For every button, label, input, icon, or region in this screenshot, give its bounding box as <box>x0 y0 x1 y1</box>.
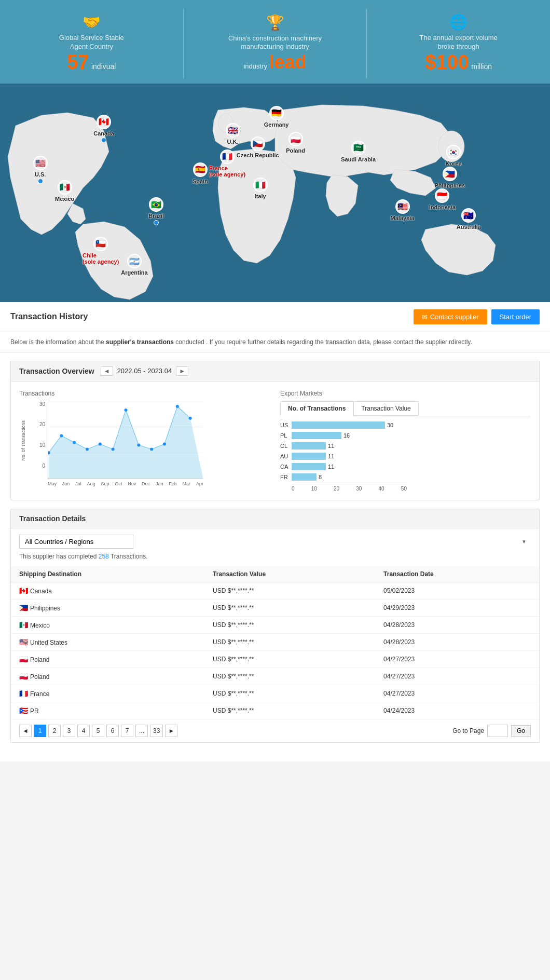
country-australia: 🇦🇺 Australia <box>457 208 481 230</box>
label-poland: Poland <box>286 147 305 154</box>
line-chart-svg <box>48 401 203 479</box>
svg-point-14 <box>137 443 140 446</box>
label-indonesia: Indonesia <box>429 204 456 210</box>
page-4-btn[interactable]: 4 <box>77 725 90 737</box>
stat-export-label: The annual export volume broke through <box>420 34 498 51</box>
flag-spain: 🇪🇸 <box>193 162 208 177</box>
stat-agent-value: 57 indivual <box>67 51 116 74</box>
bar-pl: PL 16 <box>280 432 531 439</box>
completed-text: This supplier has completed 258 Transact… <box>19 553 531 560</box>
row-flag: 🇵🇭 <box>19 604 28 612</box>
table-row: 🇵🇱Poland USD $**,****.** 04/27/2023 <box>11 650 539 668</box>
label-australia: Australia <box>457 224 481 230</box>
flag-poland: 🇵🇱 <box>288 132 303 146</box>
dot-canada <box>101 138 106 143</box>
page-1-btn[interactable]: 1 <box>34 725 46 737</box>
cell-date: 04/27/2023 <box>375 650 539 668</box>
pagination: ◄ 1 2 3 4 5 6 7 ... 33 ► Go to Page Go <box>11 719 539 737</box>
page-7-btn[interactable]: 7 <box>121 725 133 737</box>
stat-industry-big: lead <box>269 51 307 73</box>
cell-country: 🇺🇸United States <box>11 633 204 650</box>
bar-fr: FR 8 <box>280 473 531 481</box>
label-brazil: Brazil <box>148 213 164 219</box>
next-date-btn[interactable]: ► <box>176 366 188 376</box>
header-stats: 🤝 Global Service Stable Agent Country 57… <box>0 0 550 84</box>
flag-france: 🇫🇷 <box>220 149 235 164</box>
country-france: 🇫🇷 France(sole agency) <box>209 149 245 178</box>
page-33-btn[interactable]: 33 <box>150 725 163 737</box>
country-spain: 🇪🇸 Spain <box>192 162 208 184</box>
label-mexico: Mexico <box>55 196 74 202</box>
svg-point-12 <box>112 447 115 451</box>
goto-page: Go to Page Go <box>452 725 531 737</box>
tab-no-transactions[interactable]: No. of Transactions <box>280 401 353 416</box>
flag-mexico: 🇲🇽 <box>58 180 72 195</box>
bar-us: US 30 <box>280 421 531 429</box>
page-3-btn[interactable]: 3 <box>63 725 75 737</box>
label-philippines: Philippines <box>434 182 465 188</box>
table-row: 🇵🇱Poland USD $**,****.** 04/27/2023 <box>11 668 539 685</box>
cell-value: USD $**,****.** <box>204 616 375 633</box>
row-flag: 🇺🇸 <box>19 638 28 646</box>
export-markets-section: Export Markets No. of Transactions Trans… <box>280 390 531 492</box>
label-korea: Korea <box>446 160 462 167</box>
trophy-icon: 🏆 <box>266 14 284 31</box>
flag-indonesia: 🇮🇩 <box>435 188 449 203</box>
email-icon: ✉ <box>422 313 428 321</box>
line-chart-section: Transactions 3020100 No. of Transactions <box>19 390 270 492</box>
goto-go-btn[interactable]: Go <box>511 725 531 737</box>
cell-date: 04/29/2023 <box>375 599 539 616</box>
country-indonesia: 🇮🇩 Indonesia <box>429 188 456 210</box>
date-navigator[interactable]: ◄ 2022.05 - 2023.04 ► <box>101 366 188 376</box>
goto-input[interactable] <box>487 725 508 737</box>
page-numbers[interactable]: ◄ 1 2 3 4 5 6 7 ... 33 ► <box>19 725 177 737</box>
svg-point-8 <box>60 434 63 437</box>
contact-supplier-button[interactable]: ✉ Contact supplier <box>414 309 487 324</box>
stat-agent-label: Global Service Stable Agent Country <box>59 34 124 51</box>
country-canada: 🇨🇦 Canada <box>93 115 114 142</box>
flag-canada: 🇨🇦 <box>97 115 111 129</box>
country-us: 🇺🇸 U.S. <box>33 156 48 183</box>
row-flag: 🇵🇷 <box>19 706 28 715</box>
table-row: 🇺🇸United States USD $**,****.** 04/28/20… <box>11 633 539 650</box>
start-order-button[interactable]: Start order <box>491 309 540 324</box>
cell-country: 🇨🇦Canada <box>11 582 204 599</box>
country-select-wrapper[interactable]: All Countries / Regions Canada Philippin… <box>19 535 531 549</box>
flag-philippines: 🇵🇭 <box>443 167 457 181</box>
handshake-icon: 🤝 <box>82 13 101 31</box>
export-market-tabs[interactable]: No. of Transactions Transaction Value <box>280 401 531 416</box>
bar-chart: US 30 PL 16 CL 11 AU <box>280 421 531 481</box>
flag-saudi: 🇸🇦 <box>351 141 366 155</box>
page-6-btn[interactable]: 6 <box>106 725 119 737</box>
cell-value: USD $**,****.** <box>204 668 375 685</box>
flag-australia: 🇦🇺 <box>461 208 476 223</box>
svg-point-10 <box>86 447 89 451</box>
prev-page-btn[interactable]: ◄ <box>19 725 32 737</box>
col-value: Transaction Value <box>204 566 375 582</box>
country-brazil: 🇧🇷 Brazil <box>148 197 164 224</box>
stat-industry: 🏆 China's construction machinery manufac… <box>184 9 367 78</box>
cell-value: USD $**,****.** <box>204 582 375 599</box>
page-5-btn[interactable]: 5 <box>92 725 104 737</box>
dot-us <box>38 179 43 184</box>
country-philippines: 🇵🇭 Philippines <box>434 167 465 188</box>
next-page-btn[interactable]: ► <box>165 725 177 737</box>
label-spain: Spain <box>192 178 208 184</box>
cell-country: 🇵🇱Poland <box>11 650 204 668</box>
flag-uk: 🇬🇧 <box>226 123 240 138</box>
table-row: 🇵🇷PR USD $**,****.** 04/24/2023 <box>11 702 539 719</box>
prev-date-btn[interactable]: ◄ <box>101 366 113 376</box>
country-region-select[interactable]: All Countries / Regions Canada Philippin… <box>19 535 133 549</box>
row-flag: 🇲🇽 <box>19 621 28 629</box>
country-malaysia: 🇲🇾 Malaysia <box>391 199 415 221</box>
cell-date: 04/28/2023 <box>375 616 539 633</box>
cell-value: USD $**,****.** <box>204 702 375 719</box>
page-2-btn[interactable]: 2 <box>48 725 61 737</box>
svg-point-9 <box>73 441 76 444</box>
cell-value: USD $**,****.** <box>204 633 375 650</box>
cell-date: 04/27/2023 <box>375 685 539 702</box>
col-date: Transaction Date <box>375 566 539 582</box>
flag-czech: 🇨🇿 <box>251 137 265 151</box>
bar-cl: CL 11 <box>280 442 531 450</box>
tab-transaction-value[interactable]: Transaction Value <box>353 401 418 416</box>
